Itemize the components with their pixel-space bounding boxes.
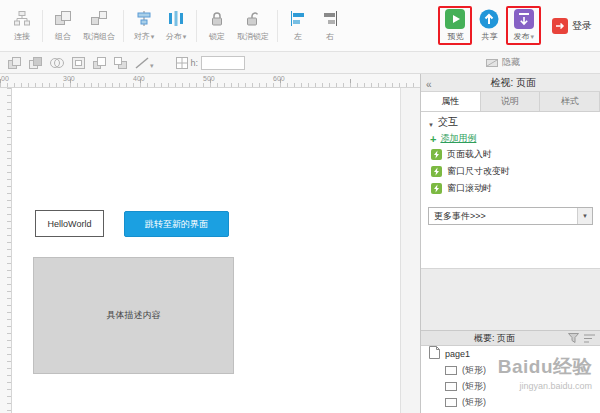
- design-canvas[interactable]: HelloWorld 跳转至新的界面 具体描述内容: [12, 88, 420, 413]
- height-input[interactable]: [201, 56, 245, 70]
- unlock-icon: [245, 10, 261, 28]
- ungroup-tool-button[interactable]: 取消组合: [83, 10, 115, 42]
- size-grid-icon: [176, 57, 188, 69]
- preview-button[interactable]: 预览: [445, 10, 465, 42]
- add-case-link[interactable]: 添加用例: [421, 130, 600, 146]
- distribute-icon: [168, 10, 184, 28]
- event-icon: [431, 146, 442, 164]
- tree-item-page1[interactable]: page1: [421, 346, 600, 362]
- publish-tools: 预览 共享 发布: [438, 6, 594, 45]
- ruler-mark: 500: [203, 75, 215, 82]
- hidden-toggle[interactable]: 隐藏: [486, 56, 520, 69]
- rectangle-icon: [445, 393, 457, 411]
- outline-header: 概要: 页面: [421, 330, 600, 346]
- boolean-union-icon[interactable]: [8, 57, 21, 69]
- align-icon: [136, 10, 152, 28]
- event-icon: [431, 163, 442, 181]
- align-right-icon: [322, 10, 338, 28]
- boolean-subtract-icon[interactable]: [29, 57, 42, 69]
- interaction-label: 交互: [438, 115, 458, 129]
- more-events-label: 更多事件>>>: [429, 210, 577, 223]
- page-icon: [429, 346, 440, 363]
- share-cloud-icon: [479, 10, 499, 28]
- tree-item-rectangle[interactable]: (矩形): [421, 394, 600, 410]
- chevron-down-icon: [150, 32, 155, 41]
- jump-button-widget[interactable]: 跳转至新的界面: [124, 211, 229, 237]
- inspector-tabs: 属性 说明 样式: [421, 92, 600, 112]
- event-row-pageload[interactable]: 页面载入时: [421, 146, 600, 163]
- tool-label: 左: [294, 31, 302, 42]
- tool-label: 对齐: [134, 31, 155, 42]
- login-label: 登录: [572, 19, 592, 33]
- publish-label: 发布: [513, 31, 534, 42]
- tree-item-rectangle[interactable]: (矩形): [421, 378, 600, 394]
- event-row-windowscroll[interactable]: 窗口滚动时: [421, 180, 600, 197]
- chevron-down-icon: [577, 208, 592, 224]
- sort-menu-icon[interactable]: [584, 329, 595, 347]
- unlock-tool-button[interactable]: 取消锁定: [237, 10, 269, 42]
- plus-icon: [430, 129, 436, 147]
- lock-icon: [209, 10, 225, 28]
- description-rectangle-widget[interactable]: 具体描述内容: [33, 257, 234, 374]
- interaction-section-header[interactable]: 交互: [421, 112, 600, 130]
- align-left-tool-button[interactable]: 左: [286, 10, 310, 42]
- outline-tree: page1 (矩形) (矩形) (矩形): [421, 346, 600, 413]
- tool-label: 组合: [55, 31, 71, 42]
- toolbar-separator: [42, 10, 43, 42]
- properties-pane: 交互 添加用例 页面载入时 窗口尺寸改变时: [421, 112, 600, 268]
- inspector-header: 检视: 页面: [421, 74, 600, 92]
- tool-label: 右: [326, 31, 334, 42]
- ruler-mark: 00: [1, 75, 9, 82]
- toolbar-separator: [277, 10, 278, 42]
- share-button[interactable]: 共享: [479, 10, 499, 42]
- ruler-mark: 600: [273, 75, 285, 82]
- bring-to-front-icon[interactable]: [93, 57, 106, 69]
- publish-button[interactable]: 发布: [513, 10, 534, 42]
- align-tool-button[interactable]: 对齐: [132, 10, 156, 42]
- send-to-back-icon[interactable]: [114, 57, 127, 69]
- tab-style[interactable]: 样式: [540, 92, 600, 111]
- tool-label: 取消锁定: [237, 31, 269, 42]
- hidden-icon: [486, 57, 498, 69]
- page-boundary: [400, 88, 420, 413]
- tab-notes[interactable]: 说明: [481, 92, 541, 111]
- panel-filler: [421, 268, 600, 330]
- boolean-intersect-icon[interactable]: [50, 57, 64, 69]
- boolean-exclude-icon[interactable]: [72, 57, 85, 69]
- preview-label: 预览: [447, 31, 463, 42]
- filter-icon[interactable]: [568, 329, 579, 347]
- align-right-tool-button[interactable]: 右: [318, 10, 342, 42]
- group-tool-button[interactable]: 组合: [51, 10, 75, 42]
- ungroup-icon: [91, 10, 107, 28]
- publish-icon: [514, 10, 534, 28]
- vertical-ruler: [0, 88, 12, 413]
- more-events-dropdown[interactable]: 更多事件>>>: [428, 207, 593, 225]
- line-style-icon[interactable]: [135, 54, 154, 72]
- hidden-label: 隐藏: [502, 56, 520, 69]
- helloworld-widget[interactable]: HelloWorld: [35, 210, 104, 237]
- tab-properties[interactable]: 属性: [421, 92, 481, 111]
- style-toolbar: h: 隐藏: [0, 52, 600, 74]
- ruler-mark: 300: [63, 75, 75, 82]
- toolbar-separator: [196, 10, 197, 42]
- height-field-label: h:: [191, 58, 199, 68]
- horizontal-ruler: 00 300 400 500 600: [0, 74, 420, 88]
- outline-title: 概要: 页面: [426, 332, 563, 345]
- preview-play-icon: [445, 10, 465, 28]
- share-label: 共享: [481, 31, 497, 42]
- lock-tool-button[interactable]: 锁定: [205, 10, 229, 42]
- tool-label: 分布: [166, 31, 187, 42]
- tree-item-rectangle[interactable]: (矩形): [421, 362, 600, 378]
- chevron-down-icon: [149, 54, 154, 72]
- connect-tool-button[interactable]: 连接: [10, 10, 34, 42]
- inspector-panel: 检视: 页面 属性 说明 样式 交互 添加用例 页面载入时: [420, 74, 600, 413]
- add-case-label: 添加用例: [440, 132, 476, 145]
- inspector-title: 检视: 页面: [432, 76, 595, 90]
- axure-app-window: 连接 组合 取消组合 对齐 分布: [0, 0, 600, 413]
- distribute-tool-button[interactable]: 分布: [164, 10, 188, 42]
- tool-label: 锁定: [209, 31, 225, 42]
- chevron-down-icon: [529, 32, 534, 41]
- event-row-windowresize[interactable]: 窗口尺寸改变时: [421, 163, 600, 180]
- login-button[interactable]: 登录: [552, 17, 592, 35]
- login-icon: [552, 17, 568, 35]
